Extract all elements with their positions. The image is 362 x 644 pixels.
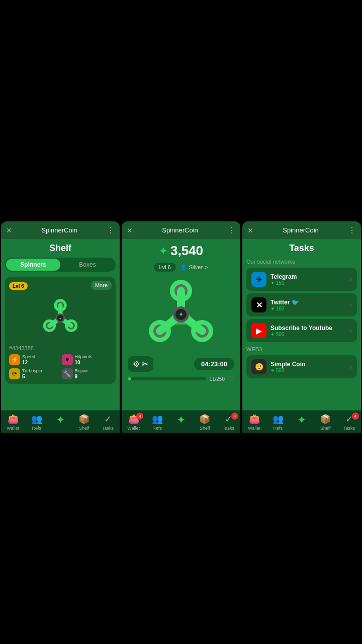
- spinners-tab[interactable]: Spinners: [6, 259, 60, 271]
- shelf-window: ✕ SpinnerCoin ⋮ Shelf Spinners Boxes Lvl…: [1, 221, 120, 423]
- web3-section: WEB3 🙂 Simple Coin ✦ 500 ›: [246, 346, 357, 378]
- wallet-label-3: Wallet: [248, 426, 260, 431]
- repair-icon: 🔧: [62, 368, 73, 379]
- hitpoints-value: 10: [75, 360, 80, 365]
- tasks-close-button[interactable]: ✕: [247, 226, 253, 234]
- simplecoin-task[interactable]: 🙂 Simple Coin ✦ 500 ›: [246, 355, 357, 378]
- wallet-badge-2: 4: [136, 413, 143, 420]
- boxes-tab[interactable]: Boxes: [60, 259, 115, 271]
- nav-spinner-2[interactable]: ✦: [169, 414, 193, 431]
- nav-wallet-1[interactable]: 👛 Wallet: [1, 414, 25, 431]
- refs-label-1: Refs: [32, 426, 42, 431]
- telegram-info: Telegram ✦ 150: [270, 273, 297, 286]
- spinner-icon-2: ✦: [176, 414, 186, 427]
- shelf-titlebar: ✕ SpinnerCoin ⋮: [1, 221, 120, 239]
- nav-spinner-3[interactable]: ✦: [290, 414, 313, 431]
- shelf-label-3: Shelf: [320, 426, 331, 431]
- score-icon: ✦: [159, 245, 167, 257]
- main-close-button[interactable]: ✕: [127, 226, 133, 234]
- shelf-icon-2: 📦: [199, 414, 210, 425]
- hitpoints-icon: ♥: [62, 354, 73, 365]
- simplecoin-info: Simple Coin ✦ 500: [270, 361, 305, 373]
- shelf-icon-3: 📦: [320, 414, 331, 425]
- level-row: Lvl 6 👤 Silver >: [126, 263, 236, 272]
- tasks-icon-1: ✓: [104, 414, 112, 425]
- youtube-task-left: ▶ Subscribe to Youtube ✦ 500: [251, 323, 332, 338]
- main-window-title: SpinnerCoin: [162, 226, 198, 234]
- nav-refs-2[interactable]: 👥 Refs: [145, 414, 169, 431]
- nav-tasks-2[interactable]: ✓ Tasks 4: [217, 414, 240, 431]
- tasks-titlebar: ✕ SpinnerCoin ⋮: [242, 221, 361, 239]
- youtube-info: Subscribe to Youtube ✦ 500: [270, 325, 332, 337]
- spinner-icon-1: ✦: [56, 414, 65, 427]
- telegram-task-left: ✈ Telegram ✦ 150: [251, 272, 297, 287]
- spinner-id: #4343388: [9, 345, 112, 351]
- nav-refs-3[interactable]: 👥 Refs: [266, 414, 290, 431]
- wallet-label-1: Wallet: [7, 426, 19, 431]
- twitter-task[interactable]: ✕ Twitter 🐦 ✦ 160 ›: [246, 293, 357, 316]
- repair-text: Repair 9: [75, 368, 88, 380]
- tasks-label-3: Tasks: [343, 426, 355, 431]
- tools-button[interactable]: ⚙ ✂: [128, 356, 153, 372]
- refs-icon-2: 👥: [152, 414, 163, 425]
- simplecoin-reward: ✦ 500: [270, 368, 305, 373]
- telegram-icon: ✈: [251, 272, 266, 287]
- web3-label: WEB3: [246, 346, 357, 352]
- main-content: ✦ 3,540 Lvl 6 👤 Silver >: [122, 239, 240, 423]
- stat-repair: 🔧 Repair 9: [62, 368, 112, 380]
- hitpoints-label: Hitpoints: [75, 354, 93, 360]
- repair-value: 9: [75, 374, 78, 379]
- more-button[interactable]: More: [91, 281, 112, 290]
- nav-spinner-1[interactable]: ✦: [48, 414, 72, 431]
- shelf-close-button[interactable]: ✕: [6, 226, 12, 234]
- turbospin-text: Turbospin 5: [22, 368, 42, 380]
- youtube-arrow: ›: [349, 327, 352, 335]
- heart-icon: ♡: [228, 375, 234, 383]
- nav-tasks-3[interactable]: ✓ Tasks 4: [337, 414, 361, 431]
- wallet-icon-1: 👛: [8, 414, 19, 425]
- progress-row: 11/250 ♡: [126, 375, 236, 383]
- shelf-content: Shelf Spinners Boxes Lvl 6 More: [1, 239, 120, 423]
- main-lvl-badge: Lvl 6: [154, 263, 175, 272]
- youtube-task[interactable]: ▶ Subscribe to Youtube ✦ 500 ›: [246, 319, 357, 342]
- main-titlebar: ✕ SpinnerCoin ⋮: [122, 221, 240, 239]
- simplecoin-icon: 🙂: [251, 359, 266, 374]
- youtube-name: Subscribe to Youtube: [270, 325, 332, 332]
- main-spinner-area[interactable]: ✦: [126, 277, 236, 352]
- tasks-menu-button[interactable]: ⋮: [348, 225, 356, 235]
- score-value: 3,540: [170, 243, 203, 259]
- speed-label: Speed: [22, 354, 35, 360]
- telegram-arrow: ›: [349, 275, 352, 283]
- shelf-label-1: Shelf: [79, 426, 89, 431]
- nav-shelf-1[interactable]: 📦 Shelf: [72, 414, 96, 431]
- shelf-nav: 👛 Wallet 👥 Refs ✦ 📦 Shelf ✓ Tasks: [1, 410, 120, 433]
- shelf-window-title: SpinnerCoin: [41, 226, 77, 234]
- tasks-window-title: SpinnerCoin: [283, 226, 319, 234]
- timer: 04:23:00: [194, 358, 234, 370]
- rank-arrow: >: [205, 264, 208, 270]
- shelf-menu-button[interactable]: ⋮: [107, 225, 115, 235]
- tasks-label-2: Tasks: [223, 426, 234, 431]
- nav-wallet-2[interactable]: 👛 Wallet 4: [122, 414, 145, 431]
- nav-refs-1[interactable]: 👥 Refs: [25, 414, 48, 431]
- nav-tasks-1[interactable]: ✓ Tasks: [96, 414, 120, 431]
- main-spinner-svg: ✦: [141, 277, 221, 352]
- progress-text: 11/250: [209, 376, 225, 382]
- main-window: ✕ SpinnerCoin ⋮ ✦ 3,540 Lvl 6 👤 Silver >: [122, 221, 240, 423]
- tasks-badge-2: 4: [231, 413, 238, 420]
- svg-text:✦: ✦: [178, 311, 184, 318]
- nav-shelf-2[interactable]: 📦 Shelf: [193, 414, 217, 431]
- tasks-title: Tasks: [246, 243, 357, 254]
- stat-hitpoints: ♥ Hitpoints 10: [62, 354, 112, 366]
- nav-wallet-3[interactable]: 👛 Wallet: [242, 414, 266, 431]
- main-menu-button[interactable]: ⋮: [227, 225, 235, 235]
- shelf-title: Shelf: [5, 243, 116, 254]
- nav-shelf-3[interactable]: 📦 Shelf: [314, 414, 337, 431]
- tasks-label-1: Tasks: [102, 426, 114, 431]
- twitter-arrow: ›: [349, 301, 352, 309]
- telegram-task[interactable]: ✈ Telegram ✦ 150 ›: [246, 268, 357, 291]
- rank-label: Silver: [189, 264, 203, 270]
- rank-icon: 👤: [180, 264, 187, 271]
- twitter-reward: ✦ 160: [270, 306, 299, 311]
- twitter-task-left: ✕ Twitter 🐦 ✦ 160: [251, 297, 299, 312]
